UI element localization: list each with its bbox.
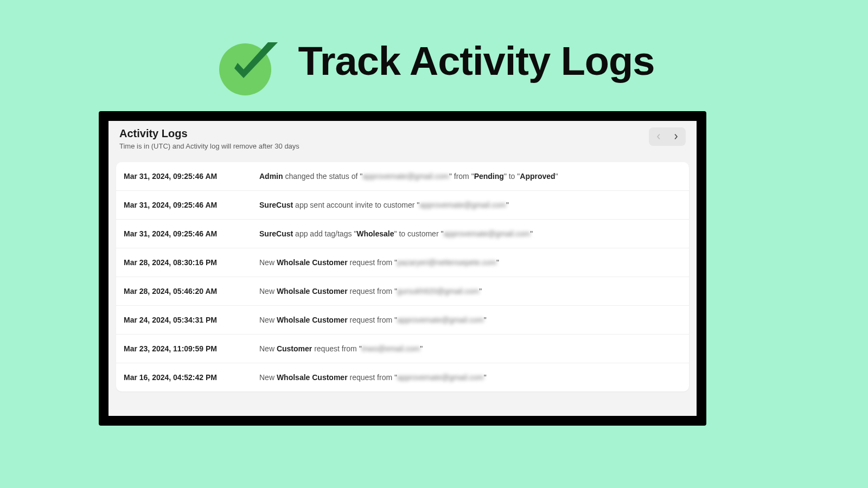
log-timestamp: Mar 28, 2024, 08:30:16 PM [124,258,259,267]
panel-header: Activity Logs Time is in (UTC) and Activ… [108,121,697,155]
activity-panel: Activity Logs Time is in (UTC) and Activ… [108,121,697,416]
activity-panel-frame: Activity Logs Time is in (UTC) and Activ… [99,111,706,426]
log-message: SureCust app add tag/tags "Wholesale" to… [259,229,681,238]
log-row: Mar 16, 2024, 04:52:42 PMNew Wholsale Cu… [116,363,689,391]
hero-banner: Track Activity Logs [0,0,868,95]
log-row: Mar 31, 2024, 09:25:46 AMAdmin changed t… [116,162,689,191]
log-message: New Wholsale Customer request from "appr… [259,316,681,324]
prev-page-button[interactable] [650,129,667,145]
log-row: Mar 31, 2024, 09:25:46 AMSureCust app ad… [116,220,689,248]
log-timestamp: Mar 31, 2024, 09:25:46 AM [124,172,259,181]
next-page-button[interactable] [667,129,685,145]
log-row: Mar 28, 2024, 08:30:16 PMNew Wholsale Cu… [116,248,689,277]
log-message: SureCust app sent account invite to cust… [259,201,681,209]
log-message: New Customer request from "tnwo@email.co… [259,344,681,353]
log-timestamp: Mar 28, 2024, 05:46:20 AM [124,287,259,296]
log-message: Admin changed the status of "approvemate… [259,172,681,181]
panel-title: Activity Logs [119,127,299,140]
checkmark-icon [214,26,283,95]
log-message: New Wholsale Customer request from "gurs… [259,287,681,296]
chevron-right-icon [673,134,679,139]
log-message: New Wholsale Customer request from "paza… [259,258,681,267]
log-timestamp: Mar 23, 2024, 11:09:59 PM [124,344,259,353]
panel-subtitle: Time is in (UTC) and Activity log will r… [119,142,299,150]
pagination [649,127,686,146]
log-row: Mar 31, 2024, 09:25:46 AMSureCust app se… [116,191,689,220]
log-row: Mar 28, 2024, 05:46:20 AMNew Wholsale Cu… [116,277,689,306]
log-list: Mar 31, 2024, 09:25:46 AMAdmin changed t… [116,162,689,391]
log-row: Mar 23, 2024, 11:09:59 PMNew Customer re… [116,335,689,363]
hero-title: Track Activity Logs [298,38,655,84]
log-timestamp: Mar 24, 2024, 05:34:31 PM [124,316,259,324]
chevron-left-icon [656,134,661,139]
log-timestamp: Mar 31, 2024, 09:25:46 AM [124,229,259,238]
log-timestamp: Mar 16, 2024, 04:52:42 PM [124,373,259,382]
log-timestamp: Mar 31, 2024, 09:25:46 AM [124,201,259,209]
log-message: New Wholsale Customer request from "appr… [259,373,681,382]
log-row: Mar 24, 2024, 05:34:31 PMNew Wholsale Cu… [116,306,689,335]
